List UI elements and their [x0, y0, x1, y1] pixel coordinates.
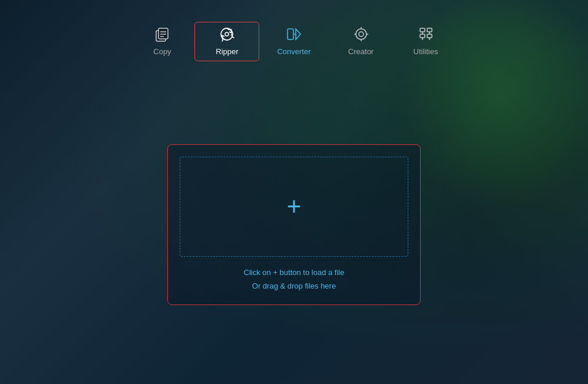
creator-label: Creator — [348, 47, 374, 56]
nav-item-ripper[interactable]: Ripper — [194, 22, 259, 61]
creator-icon — [353, 26, 369, 45]
copy-label: Copy — [153, 47, 171, 56]
plus-icon: + — [287, 194, 302, 219]
copy-icon — [154, 26, 170, 45]
ripper-label: Ripper — [216, 47, 238, 56]
svg-point-10 — [356, 29, 366, 39]
svg-rect-17 — [427, 28, 432, 32]
svg-rect-16 — [420, 28, 425, 32]
svg-rect-1 — [158, 28, 168, 39]
utilities-label: Utilities — [414, 47, 438, 56]
drop-zone-outer[interactable]: + Click on + button to load a file Or dr… — [167, 144, 421, 304]
drop-zone-inner[interactable]: + — [180, 157, 408, 257]
drop-instructions: Click on + button to load a file Or drag… — [180, 266, 408, 292]
svg-rect-18 — [420, 34, 425, 38]
main-content: + Click on + button to load a file Or dr… — [0, 91, 588, 358]
utilities-icon — [418, 26, 434, 45]
svg-rect-7 — [288, 29, 293, 39]
drop-instruction-line1: Click on + button to load a file — [180, 266, 408, 279]
ripper-icon — [219, 26, 235, 45]
drop-instruction-line2: Or drag & drop files here — [180, 280, 408, 293]
svg-rect-19 — [427, 34, 432, 38]
nav-item-converter[interactable]: Converter — [259, 21, 328, 62]
converter-icon — [286, 26, 302, 45]
svg-marker-8 — [296, 29, 300, 39]
converter-label: Converter — [277, 47, 310, 56]
nav-item-utilities[interactable]: Utilities — [394, 21, 458, 62]
svg-point-6 — [225, 32, 229, 36]
nav-item-creator[interactable]: Creator — [329, 21, 394, 62]
nav-item-copy[interactable]: Copy — [130, 21, 194, 62]
svg-point-11 — [359, 32, 364, 37]
